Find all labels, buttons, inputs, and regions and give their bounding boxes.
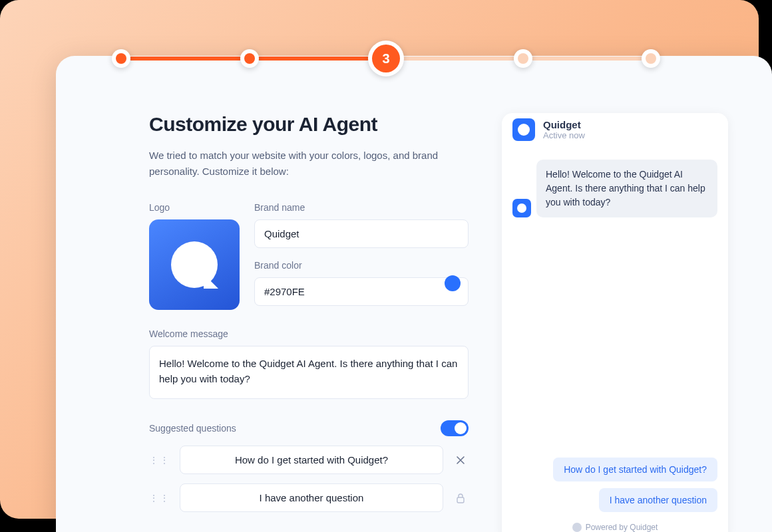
brand-name-input[interactable]: [254, 219, 469, 248]
step-line-4: [531, 57, 644, 61]
preview-brand-name: Quidget: [543, 119, 585, 130]
step-1-node[interactable]: [112, 49, 130, 68]
preview-header: Quidget Active now: [502, 113, 728, 150]
powered-by-footer: Powered by Quidget: [502, 517, 728, 532]
preview-avatar-icon: [512, 118, 535, 141]
suggested-questions-toggle[interactable]: [441, 420, 469, 436]
customize-form: Customize your AI Agent We tried to matc…: [149, 113, 469, 532]
step-4-node[interactable]: [514, 49, 532, 68]
step-line-1: [129, 57, 242, 61]
brand-color-swatch[interactable]: [445, 275, 461, 291]
chat-preview-panel: Quidget Active now Hello! Welcome to the…: [502, 113, 728, 532]
logo-field: Logo: [149, 202, 240, 310]
stepper: 3: [113, 40, 659, 77]
suggested-question-input-1[interactable]: [180, 446, 443, 474]
preview-status: Active now: [543, 130, 585, 140]
brand-name-label: Brand name: [254, 202, 469, 213]
step-line-2: [258, 57, 370, 61]
suggested-question-row: ⋮⋮: [149, 446, 469, 474]
drag-handle-icon[interactable]: ⋮⋮: [149, 493, 170, 503]
preview-welcome-message: Hello! Welcome to the Quidget AI Agent. …: [536, 160, 717, 217]
remove-question-button[interactable]: [453, 455, 469, 466]
drag-handle-icon[interactable]: ⋮⋮: [149, 455, 170, 466]
preview-suggested-chip-1[interactable]: How do I get started with Quidget?: [553, 458, 717, 481]
powered-by-icon: [572, 523, 582, 532]
message-avatar-icon: [512, 199, 531, 217]
close-icon: [455, 455, 466, 466]
step-line-3: [403, 57, 515, 61]
logo-upload[interactable]: [149, 219, 240, 310]
brand-color-label: Brand color: [254, 260, 469, 271]
svg-rect-0: [457, 497, 464, 503]
page-title: Customize your AI Agent: [149, 113, 469, 136]
step-5-node[interactable]: [642, 49, 660, 68]
welcome-label: Welcome message: [149, 329, 469, 339]
preview-suggested-chip-2[interactable]: I have another question: [599, 488, 717, 512]
lock-icon: [453, 493, 469, 503]
step-3-node-active[interactable]: 3: [368, 41, 404, 76]
welcome-message-input[interactable]: [149, 346, 469, 399]
powered-by-text: Powered by Quidget: [586, 523, 658, 532]
brand-color-input[interactable]: [254, 277, 469, 306]
logo-label: Logo: [149, 202, 240, 213]
suggested-questions-label: Suggested questions: [149, 423, 236, 434]
main-card: Customize your AI Agent We tried to matc…: [56, 56, 772, 532]
preview-welcome-message-row: Hello! Welcome to the Quidget AI Agent. …: [512, 160, 717, 217]
suggested-question-input-2[interactable]: [180, 483, 443, 512]
page-subtitle: We tried to match your website with your…: [149, 148, 469, 180]
step-2-node[interactable]: [240, 49, 259, 68]
suggested-question-row: ⋮⋮: [149, 483, 469, 512]
step-active-number: 3: [372, 45, 400, 72]
